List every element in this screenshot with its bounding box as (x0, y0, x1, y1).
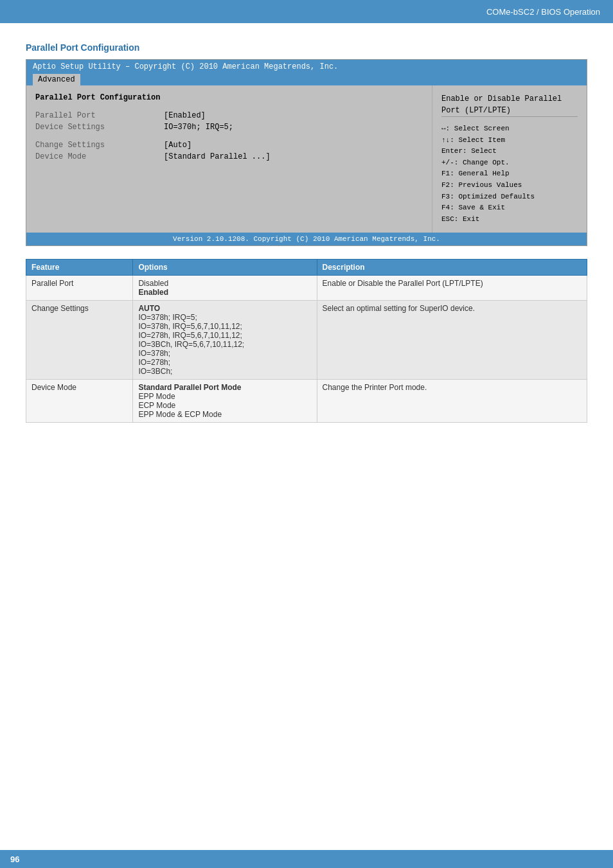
page-footer: 96 (0, 850, 613, 868)
options-cell: AUTO IO=378h; IRQ=5; IO=378h, IRQ=5,6,7,… (133, 301, 317, 380)
bios-tab-row: Advanced (26, 74, 587, 85)
bios-help-keys: ↔: Select Screen ↑↓: Select Item Enter: … (441, 116, 578, 225)
header-bar: COMe-bSC2 / BIOS Operation (0, 0, 613, 23)
feature-cell: Change Settings (26, 301, 133, 380)
table-header-row: Feature Options Description (26, 260, 587, 276)
help-f1: F1: General Help (441, 168, 578, 180)
bios-title-bar: Aptio Setup Utility – Copyright (C) 2010… (26, 60, 587, 74)
bios-row-parallel-port: Parallel Port [Enabled] (35, 111, 423, 120)
bios-box: Aptio Setup Utility – Copyright (C) 2010… (26, 59, 587, 246)
col-description: Description (317, 260, 587, 276)
help-select-item: ↑↓: Select Item (441, 135, 578, 146)
page-number: 96 (10, 855, 19, 864)
help-f2: F2: Previous Values (441, 180, 578, 191)
table-section: Feature Options Description Parallel Por… (26, 259, 587, 423)
bios-left-panel: Parallel Port Configuration Parallel Por… (26, 85, 432, 233)
bios-value-device-settings: IO=370h; IRQ=5; (164, 123, 233, 132)
bios-spacer-1 (35, 134, 423, 141)
feature-table: Feature Options Description Parallel Por… (26, 259, 587, 423)
bios-value-device-mode: [Standard Parallel ...] (164, 152, 271, 161)
bios-tab-advanced[interactable]: Advanced (33, 74, 80, 85)
bios-right-description: Enable or Disable ParallelPort (LPT/LPTE… (441, 93, 578, 116)
bios-screen-title: Parallel Port Configuration (35, 93, 423, 102)
options-cell: Standard Parallel Port Mode EPP Mode ECP… (133, 380, 317, 423)
feature-cell: Parallel Port (26, 276, 133, 301)
col-options: Options (133, 260, 317, 276)
description-cell: Change the Printer Port mode. (317, 380, 587, 423)
option-bold: Enabled (138, 288, 168, 297)
bios-label-change-settings: Change Settings (35, 141, 164, 150)
table-row: Change Settings AUTO IO=378h; IRQ=5; IO=… (26, 301, 587, 380)
bios-body: Parallel Port Configuration Parallel Por… (26, 85, 587, 233)
help-esc: ESC: Exit (441, 214, 578, 226)
description-cell: Enable or Disable the Parallel Port (LPT… (317, 276, 587, 301)
bios-title-text: Aptio Setup Utility – Copyright (C) 2010… (33, 62, 338, 71)
bios-row-device-mode: Device Mode [Standard Parallel ...] (35, 152, 423, 161)
bios-row-change-settings: Change Settings [Auto] (35, 141, 423, 150)
bios-label-device-mode: Device Mode (35, 152, 164, 161)
bios-value-change-settings: [Auto] (164, 141, 191, 150)
section-heading: Parallel Port Configuration (26, 42, 587, 53)
help-enter: Enter: Select (441, 146, 578, 157)
bios-right-panel: Enable or Disable ParallelPort (LPT/LPTE… (432, 85, 587, 233)
help-change-opt: +/-: Change Opt. (441, 157, 578, 169)
help-f4: F4: Save & Exit (441, 202, 578, 214)
bios-label-device-settings: Device Settings (35, 123, 164, 132)
bios-help-text: ↔: Select Screen ↑↓: Select Item Enter: … (441, 123, 578, 225)
col-feature: Feature (26, 260, 133, 276)
bios-label-parallel-port: Parallel Port (35, 111, 164, 120)
option-bold: AUTO (138, 304, 160, 313)
help-select-screen: ↔: Select Screen (441, 123, 578, 135)
bios-value-parallel-port: [Enabled] (164, 111, 206, 120)
feature-cell: Device Mode (26, 380, 133, 423)
main-content: Parallel Port Configuration Aptio Setup … (0, 23, 613, 436)
table-row: Device Mode Standard Parallel Port Mode … (26, 380, 587, 423)
bios-row-device-settings: Device Settings IO=370h; IRQ=5; (35, 123, 423, 132)
table-row: Parallel Port Disabled Enabled Enable or… (26, 276, 587, 301)
option-bold: Standard Parallel Port Mode (138, 383, 241, 392)
help-f3: F3: Optimized Defaults (441, 191, 578, 203)
bios-footer: Version 2.10.1208. Copyright (C) 2010 Am… (26, 233, 587, 245)
options-cell: Disabled Enabled (133, 276, 317, 301)
description-cell: Select an optimal setting for SuperIO de… (317, 301, 587, 380)
header-title: COMe-bSC2 / BIOS Operation (486, 7, 600, 17)
